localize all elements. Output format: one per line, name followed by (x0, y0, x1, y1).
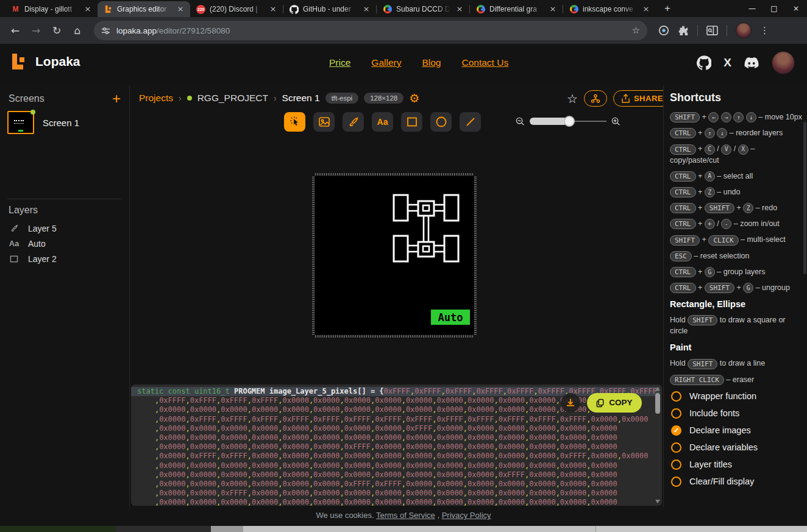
option-layer-titles[interactable]: Layer titles (671, 456, 803, 473)
tool-line-button[interactable] (460, 112, 481, 132)
zoom-slider-track (572, 121, 606, 122)
browser-tab-3[interactable]: 220(220) Discord |× (190, 1, 283, 17)
nav-link-contact-us[interactable]: Contact Us (461, 57, 508, 68)
privacy-link[interactable]: Privacy Policy (442, 511, 491, 520)
tab-close-icon[interactable]: × (455, 4, 464, 14)
zoom-out-icon[interactable] (516, 117, 525, 126)
tool-paint-button[interactable] (343, 112, 364, 132)
option-clear-fill-display[interactable]: Clear/Fill display (671, 473, 803, 490)
option-label: Layer titles (689, 459, 732, 469)
breadcrumb-projects-link[interactable]: Projects (139, 93, 173, 104)
cursor-sparkle-icon (289, 116, 301, 128)
code-scrollbar[interactable] (655, 386, 661, 505)
radio-checked-icon[interactable]: ✓ (671, 425, 681, 436)
browser-tab-1[interactable]: MDisplay - gillott× (5, 1, 98, 17)
tool-image-button[interactable] (313, 112, 335, 132)
browser-tab-2[interactable]: Graphics editor× (98, 1, 190, 17)
tab-close-icon[interactable]: × (83, 4, 93, 14)
github-icon[interactable] (697, 55, 711, 70)
add-screen-button[interactable]: + (112, 93, 121, 105)
nav-link-price[interactable]: Price (329, 57, 350, 68)
zoom-slider[interactable] (530, 116, 606, 127)
screen-list-item[interactable]: Screen 1 (7, 111, 79, 134)
radio-icon[interactable] (671, 477, 681, 487)
scroll-down-icon[interactable] (655, 500, 660, 503)
option-declare-variables[interactable]: Declare variables (671, 439, 803, 456)
page-scrollbar-thumb[interactable] (803, 122, 806, 274)
browser-menu-icon[interactable]: ⋮ (760, 25, 769, 36)
tab-close-icon[interactable]: × (548, 4, 558, 14)
screens-title: Screens (9, 93, 44, 104)
option-include-fonts[interactable]: Include fonts (671, 405, 803, 422)
layer-item-auto[interactable]: AaAuto (9, 236, 123, 251)
browser-tab-5[interactable]: Subaru DCCD D× (377, 1, 469, 17)
tool-rectangle-button[interactable] (401, 112, 422, 132)
brand[interactable]: Lopaka (10, 52, 80, 71)
screen-label[interactable]: Screen 1 (43, 118, 79, 128)
rectangle-icon (406, 116, 418, 128)
zoom-slider-knob[interactable] (564, 116, 575, 127)
code-scrollbar-thumb[interactable] (655, 393, 660, 414)
tool-ellipse-button[interactable] (430, 112, 452, 132)
discord-badge-icon: 220 (196, 5, 205, 14)
scroll-up-icon[interactable] (655, 387, 660, 391)
favorite-star-icon[interactable]: ☆ (567, 91, 578, 106)
layer-item-layer-2[interactable]: Layer 2 (9, 251, 123, 266)
option-declare-images[interactable]: ✓Declare images (671, 422, 803, 439)
breadcrumb: Projects › RGG_PROJECT › Screen 1 tft-es… (139, 91, 419, 105)
fork-icon (591, 94, 600, 104)
maximize-button[interactable]: □ (763, 0, 785, 17)
forward-icon[interactable]: → (26, 24, 46, 37)
auto-text-layer[interactable]: Auto (431, 310, 470, 325)
side-panel-search-icon[interactable] (706, 26, 718, 36)
browser-tab-7[interactable]: inkscape conve× (563, 1, 656, 17)
site-settings-icon[interactable] (101, 26, 110, 35)
browser-tab-6[interactable]: Differential gra× (470, 1, 563, 17)
tab-close-icon[interactable]: × (268, 4, 278, 14)
address-bar[interactable]: lopaka.app/editor/27912/58080 ☆ (94, 21, 647, 40)
discord-icon[interactable] (744, 57, 759, 69)
bookmark-star-icon[interactable]: ☆ (632, 25, 640, 36)
key-badge: → (721, 112, 731, 122)
radio-icon[interactable] (671, 442, 681, 453)
editor-canvas[interactable]: Auto (315, 176, 474, 335)
tool-select-button[interactable] (284, 112, 305, 132)
breadcrumb-project-name[interactable]: RGG_PROJECT (197, 93, 268, 104)
fork-button[interactable] (584, 90, 607, 107)
nav-link-blog[interactable]: Blog (422, 57, 441, 68)
download-button[interactable] (561, 393, 580, 413)
cookie-separator: , (435, 511, 442, 520)
terms-link[interactable]: Terms of Service (376, 511, 435, 520)
tab-close-icon[interactable]: × (361, 4, 371, 14)
settings-gear-icon[interactable]: ⚙ (409, 91, 419, 105)
screen-thumbnail[interactable] (7, 111, 34, 134)
reload-icon[interactable]: ↻ (46, 24, 67, 37)
header-icons: X (697, 51, 795, 74)
radio-icon[interactable] (671, 459, 681, 470)
tab-close-icon[interactable]: × (176, 4, 185, 14)
minimize-button[interactable]: — (741, 0, 763, 17)
option-wrapper-function[interactable]: Wrapper function (671, 388, 803, 405)
x-twitter-icon[interactable]: X (723, 56, 731, 69)
radio-icon[interactable] (671, 391, 681, 402)
zoom-in-icon[interactable] (611, 117, 620, 126)
close-button[interactable]: × (785, 0, 807, 17)
code-output-panel[interactable]: static const uint16_t PROGMEM image_Laye… (131, 385, 662, 506)
browser-profile-avatar[interactable] (736, 23, 752, 38)
home-icon[interactable]: ⌂ (67, 24, 88, 37)
nav-link-gallery[interactable]: Gallery (371, 57, 401, 68)
copy-button[interactable]: COPY (587, 393, 642, 413)
browser-tab-4[interactable]: GitHub - under× (283, 1, 376, 17)
extension-icon[interactable] (658, 25, 669, 36)
extensions-puzzle-icon[interactable] (678, 25, 689, 36)
back-icon[interactable]: ← (5, 24, 26, 37)
layer-item-layer-5[interactable]: Layer 5 (9, 221, 123, 236)
profile-avatar[interactable] (772, 51, 795, 74)
new-tab-button[interactable]: + (659, 1, 675, 17)
shortcut-text: – group layers (717, 268, 765, 276)
browser-tab-strip: MDisplay - gillott×Graphics editor×220(2… (0, 0, 807, 17)
tab-close-icon[interactable]: × (641, 4, 651, 14)
radio-icon[interactable] (671, 408, 681, 419)
tool-text-button[interactable]: Aa (372, 112, 393, 132)
shortcut-row: CTRL + Z – undo (670, 186, 803, 197)
